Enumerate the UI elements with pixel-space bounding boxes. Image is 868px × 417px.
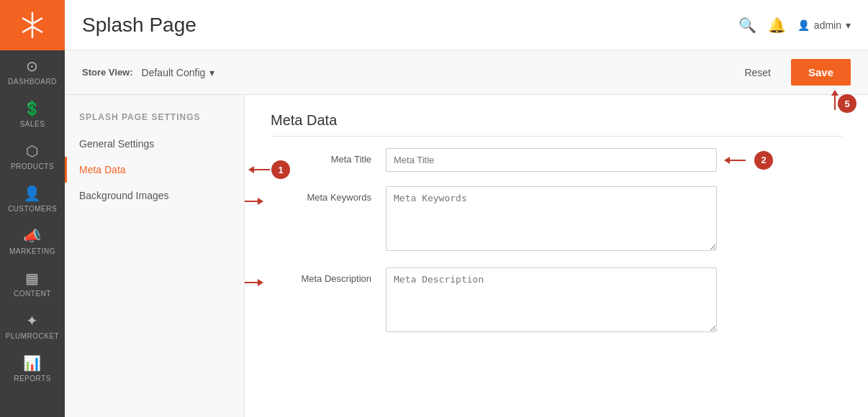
meta-title-row: Meta Title 2 xyxy=(271,148,842,172)
svg-marker-4 xyxy=(248,166,254,173)
sidebar-item-products[interactable]: ⬡ PRODUCTS xyxy=(0,135,65,178)
sidebar: ⊙ DASHBOARD 💲 SALES ⬡ PRODUCTS 👤 CUSTOME… xyxy=(0,0,65,417)
store-view-select[interactable]: Default Config ▾ xyxy=(142,67,215,78)
meta-description-input[interactable] xyxy=(386,267,717,332)
meta-description-row: 4 Meta Description xyxy=(271,267,842,334)
left-nav: SPLASH PAGE SETTINGS General Settings Me… xyxy=(65,95,245,417)
meta-description-control xyxy=(386,267,842,334)
content-icon: ▦ xyxy=(25,270,40,287)
left-nav-item-general[interactable]: General Settings xyxy=(65,131,244,157)
left-nav-item-background[interactable]: Background Images xyxy=(65,183,244,208)
toolbar-actions: Reset Save 5 xyxy=(733,59,851,86)
annotation-4-group: 4 xyxy=(245,273,263,292)
sidebar-item-content[interactable]: ▦ CONTENT xyxy=(0,262,65,305)
header-actions: 🔍 🔔 👤 admin ▾ xyxy=(738,17,851,34)
meta-keywords-row: 3 Meta Keywords xyxy=(271,186,842,253)
customers-icon: 👤 xyxy=(23,185,42,202)
annotation-badge-5: 5 xyxy=(838,94,856,113)
products-icon: ⬡ xyxy=(26,142,39,160)
svg-marker-2 xyxy=(831,90,838,96)
store-view-value: Default Config xyxy=(142,67,206,78)
page-header: Splash Page 🔍 🔔 👤 admin ▾ xyxy=(65,0,868,50)
reports-icon: 📊 xyxy=(23,354,42,372)
annotation-arrow-2 xyxy=(724,153,747,168)
store-view-dropdown-icon: ▾ xyxy=(209,67,214,78)
annotation-arrow-1 xyxy=(248,162,271,177)
store-view-label: Store View: xyxy=(82,67,133,78)
form-section-title: Meta Data xyxy=(271,112,842,137)
toolbar: Store View: Default Config ▾ Reset Save … xyxy=(65,50,868,95)
sidebar-item-label: CUSTOMERS xyxy=(8,205,57,213)
page-title: Splash Page xyxy=(82,14,738,37)
sidebar-item-label: SALES xyxy=(20,120,45,128)
save-button[interactable]: Save xyxy=(791,59,851,86)
left-nav-item-meta-wrapper: Meta Data 1 xyxy=(65,157,244,183)
meta-keywords-input[interactable] xyxy=(386,186,717,251)
annotation-arrow-3 xyxy=(245,194,263,208)
svg-marker-6 xyxy=(724,157,730,164)
sidebar-item-label: REPORTS xyxy=(14,375,51,382)
plumrocket-icon: ✦ xyxy=(26,312,39,329)
annotation-badge-2: 2 xyxy=(754,151,773,170)
sales-icon: 💲 xyxy=(23,100,42,117)
main-content: Splash Page 🔍 🔔 👤 admin ▾ Store View: De… xyxy=(65,0,868,417)
dashboard-icon: ⊙ xyxy=(26,58,39,75)
bell-icon[interactable]: 🔔 xyxy=(768,17,786,34)
svg-marker-10 xyxy=(258,279,263,286)
left-nav-item-meta[interactable]: Meta Data xyxy=(65,157,244,183)
sidebar-item-dashboard[interactable]: ⊙ DASHBOARD xyxy=(0,50,65,93)
sidebar-item-plumrocket[interactable]: ✦ PLUMROCKET xyxy=(0,305,65,347)
annotation-badge-1: 1 xyxy=(271,160,290,179)
content-area: SPLASH PAGE SETTINGS General Settings Me… xyxy=(65,95,868,417)
user-menu[interactable]: 👤 admin ▾ xyxy=(797,19,851,31)
marketing-icon: 📣 xyxy=(23,227,42,244)
sidebar-item-sales[interactable]: 💲 SALES xyxy=(0,93,65,135)
annotation-arrow-4 xyxy=(245,275,263,290)
sidebar-item-reports[interactable]: 📊 REPORTS xyxy=(0,347,65,390)
sidebar-item-label: PRODUCTS xyxy=(11,162,54,170)
user-label: admin xyxy=(814,19,841,31)
reset-button[interactable]: Reset xyxy=(733,61,782,84)
left-nav-title: SPLASH PAGE SETTINGS xyxy=(65,106,244,131)
sidebar-item-label: CONTENT xyxy=(14,290,51,298)
meta-description-label: Meta Description xyxy=(271,267,386,284)
sidebar-item-label: MARKETING xyxy=(9,247,55,255)
meta-keywords-control xyxy=(386,186,842,253)
sidebar-item-marketing[interactable]: 📣 MARKETING xyxy=(0,220,65,262)
meta-title-input[interactable] xyxy=(386,148,717,172)
meta-title-label: Meta Title xyxy=(271,148,386,165)
annotation-3-group: 3 xyxy=(245,192,263,211)
sidebar-item-label: PLUMROCKET xyxy=(6,332,59,340)
user-icon: 👤 xyxy=(797,19,810,31)
sidebar-item-customers[interactable]: 👤 CUSTOMERS xyxy=(0,178,65,220)
chevron-down-icon: ▾ xyxy=(846,19,851,31)
form-area: Meta Data Meta Title 2 xyxy=(245,95,868,417)
sidebar-item-label: DASHBOARD xyxy=(8,78,57,86)
svg-marker-8 xyxy=(258,198,263,205)
search-icon[interactable]: 🔍 xyxy=(738,17,756,34)
meta-title-control: 2 xyxy=(386,148,842,172)
meta-keywords-label: Meta Keywords xyxy=(271,186,386,203)
sidebar-logo xyxy=(0,0,65,50)
